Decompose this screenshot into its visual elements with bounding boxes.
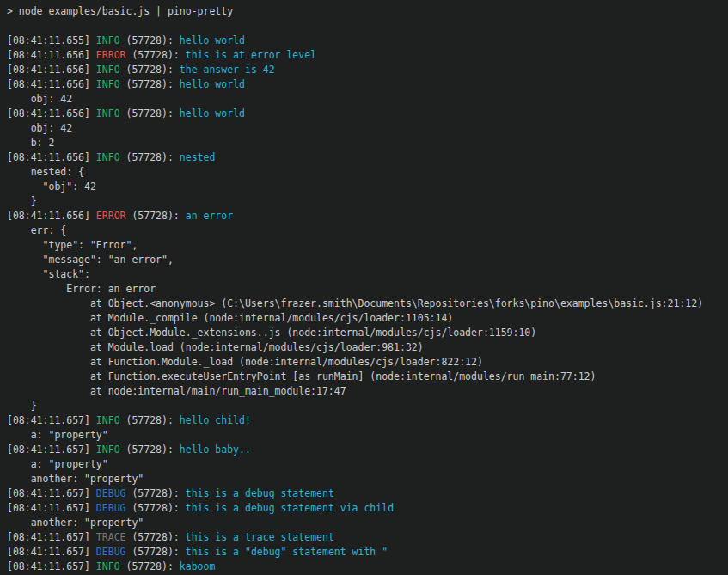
log-pid: (57728):: [120, 34, 180, 46]
log-line: [08:41:11.657] INFO (57728): hello baby.…: [7, 443, 725, 457]
log-timestamp: [08:41:11.656]: [7, 107, 96, 119]
log-detail-text: another: "property": [7, 517, 144, 529]
log-detail-line: "message": "an error",: [7, 253, 725, 267]
log-line: [08:41:11.656] ERROR (57728): this is at…: [7, 48, 725, 63]
log-message: kaboom: [180, 560, 216, 572]
log-detail-line: "obj": 42: [7, 180, 725, 194]
log-level: ERROR: [96, 49, 126, 61]
log-detail-line: at Function.Module._load (node:internal/…: [7, 355, 725, 370]
log-pid: (57728):: [125, 49, 185, 61]
log-timestamp: [08:41:11.656]: [7, 64, 96, 76]
log-detail-text: at Object.<anonymous> (C:\Users\frazer.s…: [7, 297, 703, 309]
log-detail-text: Error: an error: [7, 283, 156, 295]
log-detail-line: obj: 42: [7, 92, 725, 107]
log-detail-text: "type": "Error",: [7, 239, 138, 251]
log-level: INFO: [96, 414, 120, 426]
log-timestamp: [08:41:11.657]: [7, 414, 96, 426]
log-level: INFO: [96, 34, 120, 46]
log-detail-text: at Function.Module._load (node:internal/…: [7, 356, 483, 368]
blank-line: [7, 19, 725, 34]
log-detail-text: }: [7, 400, 37, 412]
log-timestamp: [08:41:11.656]: [7, 151, 96, 163]
log-level: DEBUG: [96, 546, 126, 558]
log-detail-line: err: {: [7, 223, 725, 238]
log-detail-text: at Object.Module._extensions..js (node:i…: [7, 327, 536, 339]
log-message: hello world: [180, 34, 245, 46]
log-level: DEBUG: [96, 502, 126, 514]
log-pid: (57728):: [120, 78, 180, 90]
log-pid: (57728):: [125, 502, 185, 514]
command-text: > node examples/basic.js | pino-pretty: [7, 5, 233, 17]
log-pid: (57728):: [125, 546, 185, 558]
log-detail-text: a: "property": [7, 458, 108, 470]
log-pid: (57728):: [120, 443, 180, 456]
log-message: this is a debug statement: [186, 487, 334, 499]
log-detail-line: at node:internal/main/run_main_module:17…: [7, 384, 725, 399]
log-level: DEBUG: [96, 487, 126, 499]
log-detail-line: another: "property": [7, 516, 725, 530]
log-detail-line: "stack":: [7, 267, 725, 282]
log-timestamp: [08:41:11.657]: [7, 560, 96, 572]
log-detail-text: at Module.load (node:internal/modules/cj…: [7, 341, 424, 353]
log-detail-text: at Module._compile (node:internal/module…: [7, 312, 453, 324]
log-line: [08:41:11.657] DEBUG (57728): this is a …: [7, 545, 725, 560]
log-message: this is a trace statement: [186, 531, 334, 543]
log-line: [08:41:11.656] INFO (57728): hello world: [7, 77, 725, 92]
log-detail-line: }: [7, 399, 725, 413]
log-line: [08:41:11.656] INFO (57728): the answer …: [7, 63, 725, 77]
log-pid: (57728):: [125, 487, 185, 499]
command-line: > node examples/basic.js | pino-pretty: [7, 4, 725, 19]
log-detail-line: at Object.Module._extensions..js (node:i…: [7, 326, 725, 340]
log-line: [08:41:11.657] TRACE (57728): this is a …: [7, 530, 725, 545]
log-detail-line: at Function.executeUserEntryPoint [as ru…: [7, 370, 725, 384]
log-line: [08:41:11.655] INFO (57728): hello world: [7, 34, 725, 48]
log-detail-line: a: "property": [7, 457, 725, 472]
log-detail-text: err: {: [7, 224, 66, 236]
log-level: TRACE: [96, 531, 126, 543]
log-level: INFO: [96, 78, 120, 90]
log-line: [08:41:11.656] INFO (57728): hello world: [7, 107, 725, 121]
log-detail-text: obj: 42: [7, 93, 72, 105]
log-timestamp: [08:41:11.657]: [7, 487, 96, 499]
terminal-window: > node examples/basic.js | pino-pretty […: [0, 0, 728, 575]
log-detail-text: }: [7, 195, 37, 207]
terminal-output: > node examples/basic.js | pino-pretty […: [0, 0, 728, 574]
log-detail-line: a: "property": [7, 428, 725, 443]
log-message: this is a debug statement via child: [186, 502, 394, 514]
log-detail-line: at Object.<anonymous> (C:\Users\frazer.s…: [7, 297, 725, 311]
log-detail-line: Error: an error: [7, 282, 725, 297]
log-line: [08:41:11.657] INFO (57728): kaboom: [7, 560, 725, 574]
log-detail-line: at Module._compile (node:internal/module…: [7, 311, 725, 326]
log-detail-text: "obj": 42: [7, 180, 96, 193]
log-timestamp: [08:41:11.656]: [7, 78, 96, 90]
log-timestamp: [08:41:11.655]: [7, 34, 96, 46]
log-message: hello world: [180, 107, 245, 119]
log-level: INFO: [96, 107, 120, 119]
log-message: this is at error level: [186, 49, 316, 61]
log-pid: (57728):: [125, 210, 185, 222]
log-detail-line: at Module.load (node:internal/modules/cj…: [7, 340, 725, 355]
log-detail-text: at node:internal/main/run_main_module:17…: [7, 385, 346, 397]
log-detail-line: b: 2: [7, 136, 725, 150]
log-line: [08:41:11.657] INFO (57728): hello child…: [7, 413, 725, 428]
log-pid: (57728):: [120, 560, 180, 572]
log-detail-line: obj: 42: [7, 121, 725, 136]
log-detail-text: "message": "an error",: [7, 254, 174, 266]
log-detail-text: b: 2: [7, 137, 54, 149]
log-detail-text: at Function.executeUserEntryPoint [as ru…: [7, 370, 596, 382]
log-message: hello baby..: [180, 443, 251, 456]
log-pid: (57728):: [120, 64, 180, 76]
log-level: INFO: [96, 151, 120, 163]
log-timestamp: [08:41:11.657]: [7, 502, 96, 514]
log-message: this is a "debug" statement with ": [186, 546, 388, 558]
log-pid: (57728):: [120, 151, 180, 163]
log-message: hello child!: [180, 414, 251, 426]
log-message: the answer is 42: [180, 64, 275, 76]
log-level: INFO: [96, 560, 120, 572]
log-timestamp: [08:41:11.657]: [7, 531, 96, 543]
log-message: an error: [186, 210, 233, 222]
log-level: INFO: [96, 443, 120, 456]
log-detail-line: nested: {: [7, 165, 725, 180]
log-pid: (57728):: [120, 107, 180, 119]
log-line: [08:41:11.656] INFO (57728): nested: [7, 150, 725, 165]
